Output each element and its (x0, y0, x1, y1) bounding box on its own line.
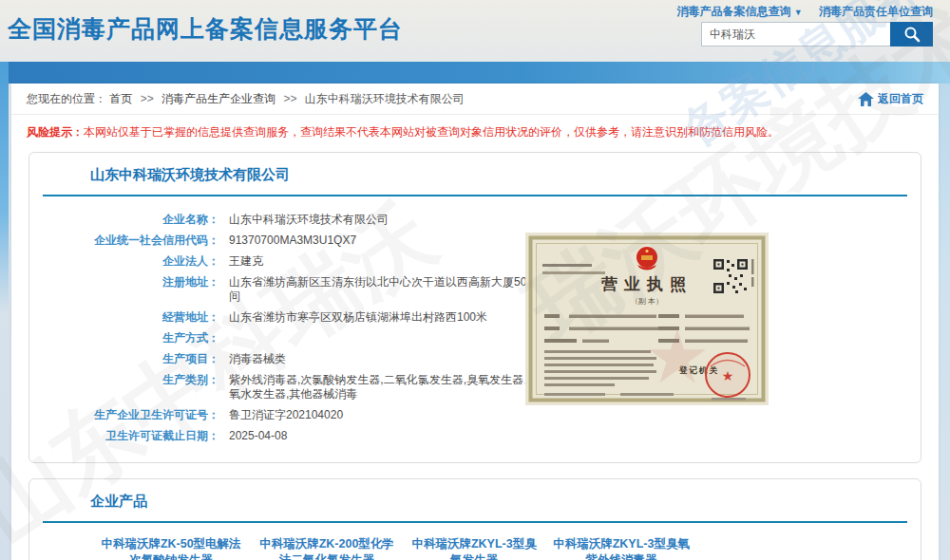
license-subtitle: （副 本） (631, 297, 663, 306)
heading-divider (43, 521, 907, 523)
header-accent-bar (0, 62, 950, 84)
decorative-right-strip (939, 84, 950, 560)
field-label: 经营地址： (29, 310, 219, 325)
decorative-left-strip (0, 62, 9, 313)
info-row-legal-person: 企业法人： 王建克 (29, 252, 921, 272)
info-row-company-name: 企业名称： 山东中科瑞沃环境技术有限公司 (29, 210, 921, 231)
info-row-production-mode: 生产方式： (29, 328, 921, 349)
info-row-business-address: 经营地址： 山东省潍坊市寒亭区双杨店镇湖淋埠出村路西100米 (29, 308, 921, 328)
business-license-image: ★ 营业执照 （副 本） (525, 233, 769, 405)
field-value: 消毒器械类 (229, 352, 546, 366)
field-label: 生产企业卫生许可证号： (29, 408, 219, 422)
company-info-panel: 山东中科瑞沃环境技术有限公司 企业名称： 山东中科瑞沃环境技术有限公司 企业统一… (28, 152, 922, 463)
breadcrumb-prefix: 您现在的位置： (27, 92, 106, 105)
info-row-hygiene-license-no: 生产企业卫生许可证号： 鲁卫消证字202104020 (29, 405, 921, 426)
field-label: 注册地址： (29, 275, 219, 304)
home-icon (858, 92, 874, 106)
license-title: 营业执照 (601, 275, 693, 293)
field-value: 鲁卫消证字202104020 (229, 408, 546, 422)
breadcrumb-current: 山东中科瑞沃环境技术有限公司 (305, 92, 465, 105)
breadcrumb-row: 您现在的位置： 首页 >> 消毒产品生产企业查询 >> 山东中科瑞沃环境技术有限… (11, 84, 939, 115)
info-row-production-category: 生产类别： 紫外线消毒器,次氯酸钠发生器,二氧化氯发生器,臭氧发生器、臭氧水发生… (29, 370, 921, 405)
field-value: 紫外线消毒器,次氯酸钠发生器,二氧化氯发生器,臭氧发生器、臭氧水发生器,其他器械… (229, 373, 546, 401)
info-row-credit-code: 企业统一社会信用代码： 91370700MA3M3U1QX7 (29, 231, 921, 252)
field-label: 企业法人： (29, 254, 219, 269)
site-header: 全国消毒产品网上备案信息服务平台 消毒产品备案信息查询 ▼ 消毒产品责任单位查询 (0, 0, 950, 62)
breadcrumb-home-link[interactable]: 首页 (109, 92, 132, 105)
risk-notice: 风险提示：本网站仅基于已掌握的信息提供查询服务，查询结果不代表本网站对被查询对象… (11, 115, 939, 146)
field-label: 企业名称： (29, 213, 219, 227)
product-link-zk50[interactable]: 中科瑞沃牌ZK-50型电解法次氯酸钠发生器 (100, 536, 242, 560)
search-bar (701, 22, 933, 47)
product-link-zk200[interactable]: 中科瑞沃牌ZK-200型化学法二氧化氯发生器 (256, 536, 398, 560)
site-title: 全国消毒产品网上备案信息服务平台 (8, 13, 403, 45)
product-link-zkyl3-uv[interactable]: 中科瑞沃牌ZKYL-3型臭氧紫外线消毒器 (550, 536, 693, 560)
nav-record-info-query[interactable]: 消毒产品备案信息查询 ▼ (676, 5, 802, 18)
field-value: 山东省潍坊市寒亭区双杨店镇湖淋埠出村路西100米 (229, 310, 546, 325)
search-icon (903, 26, 921, 43)
breadcrumb-separator: >> (283, 92, 296, 105)
field-value: 山东省潍坊高新区玉清东街以北中心次干道以西高新大厦502房间 (229, 275, 546, 304)
svg-text:★: ★ (722, 368, 734, 383)
field-value: 王建克 (229, 254, 546, 269)
field-label: 生产类别： (29, 373, 219, 401)
main-content: 您现在的位置： 首页 >> 消毒产品生产企业查询 >> 山东中科瑞沃环境技术有限… (11, 84, 939, 560)
field-label: 企业统一社会信用代码： (29, 233, 219, 248)
field-value: 2025-04-08 (229, 429, 546, 443)
field-value: 山东中科瑞沃环境技术有限公司 (229, 213, 546, 227)
info-row-production-item: 生产项目： 消毒器械类 (29, 349, 921, 370)
breadcrumb-enterprise-query-link[interactable]: 消毒产品生产企业查询 (162, 92, 276, 105)
field-value: 91370700MA3M3U1QX7 (229, 233, 546, 248)
search-button[interactable] (890, 22, 933, 47)
top-nav: 消毒产品备案信息查询 ▼ 消毒产品责任单位查询 (663, 4, 933, 20)
products-heading: 企业产品 (90, 493, 921, 511)
info-row-registered-address: 注册地址： 山东省潍坊高新区玉清东街以北中心次干道以西高新大厦502房间 (29, 272, 921, 308)
chevron-down-icon: ▼ (794, 8, 803, 17)
breadcrumb-separator: >> (141, 92, 154, 105)
heading-divider (43, 195, 907, 196)
product-link-zkyl3-ozone[interactable]: 中科瑞沃牌ZKYL-3型臭氧发生器 (411, 536, 537, 560)
national-emblem-icon (636, 247, 657, 271)
field-value (229, 331, 546, 345)
company-name-heading: 山东中科瑞沃环境技术有限公司 (90, 166, 921, 184)
field-label: 生产方式： (29, 331, 219, 345)
risk-notice-label: 风险提示： (27, 125, 84, 139)
field-label: 生产项目： (29, 352, 219, 366)
products-row: 中科瑞沃牌ZK-50型电解法次氯酸钠发生器 中科瑞沃牌ZK-200型化学法二氧化… (100, 536, 921, 560)
field-label: 卫生许可证截止日期： (29, 429, 219, 443)
nav-responsible-unit-query[interactable]: 消毒产品责任单位查询 (819, 5, 933, 18)
back-home-link[interactable]: 返回首页 (858, 91, 923, 107)
search-input[interactable] (701, 22, 890, 47)
breadcrumb: 您现在的位置： 首页 >> 消毒产品生产企业查询 >> 山东中科瑞沃环境技术有限… (27, 91, 465, 107)
info-row-license-expiry-date: 卫生许可证截止日期： 2025-04-08 (29, 426, 921, 447)
products-panel: 企业产品 中科瑞沃牌ZK-50型电解法次氯酸钠发生器 中科瑞沃牌ZK-200型化… (28, 478, 922, 560)
